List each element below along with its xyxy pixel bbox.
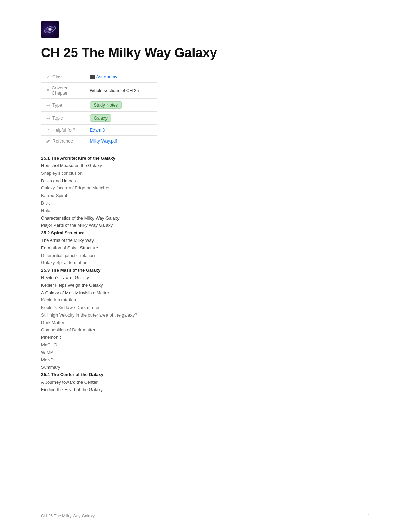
footer-page: 1	[368, 514, 370, 518]
toc-item: MaCHO	[41, 342, 370, 349]
reference-label-cell: 🖇 Reference	[41, 136, 86, 147]
toc-item: Shapley's conclusion	[41, 170, 370, 177]
toc-item: A Journey toward the Center	[41, 379, 370, 386]
class-label-cell: ↗ Class	[41, 71, 86, 83]
toc-item: Halo	[41, 207, 370, 214]
toc-item: Barred Spiral	[41, 192, 370, 199]
type-label-cell: ◎ Type	[41, 99, 86, 112]
toc-item: A Galaxy of Mostly Invisible Matter	[41, 289, 370, 297]
page-footer: CH 25 The Milky Way Galaxy 1	[41, 509, 370, 518]
reference-label: Reference	[52, 138, 73, 144]
topic-label: Topic	[52, 115, 63, 121]
toc-item: Formation of Spiral Structure	[41, 245, 370, 252]
toc-item: MoND	[41, 357, 370, 364]
clip-icon: 🖇	[46, 139, 50, 144]
toc-section: 25.2 Spiral Structure	[41, 230, 370, 237]
toc-item: The Arms of the Milky Way	[41, 237, 370, 244]
arrow2-icon: ↗	[46, 128, 50, 133]
toc-section: 25.4 The Center of the Galaxy	[41, 371, 370, 379]
table-of-contents: 25.1 The Architecture of the GalaxyHersc…	[41, 155, 370, 394]
chapter-label-cell: ≡ Covered Chapter	[41, 83, 86, 99]
chapter-label: Covered Chapter	[52, 85, 82, 96]
toc-item: Still high Velocity in the outer area of…	[41, 312, 370, 319]
toc-item: Keplerian rotation	[41, 297, 370, 304]
reference-value-cell: Milky Way.pdf	[86, 136, 158, 147]
chapter-value-cell: Whole sections of CH 25	[86, 83, 158, 99]
chapter-value: Whole sections of CH 25	[90, 88, 139, 93]
list-icon: ≡	[46, 88, 50, 93]
footer-title: CH 25 The Milky Way Galaxy	[41, 514, 95, 518]
page-logo	[41, 21, 59, 38]
toc-section: 25.1 The Architecture of the Galaxy	[41, 155, 370, 162]
toc-item: WIMP	[41, 349, 370, 356]
class-value-cell: Astronomy	[86, 71, 158, 83]
astronomy-db-icon	[90, 75, 95, 79]
topic-badge: Galaxy	[90, 114, 111, 122]
toc-item: Newton's Law of Gravity	[41, 274, 370, 282]
helpful-value[interactable]: Exam 3	[90, 127, 105, 133]
toc-item: Finding the Heart of the Galaxy	[41, 386, 370, 394]
toc-item: Characteristics of the Milky Way Galaxy	[41, 215, 370, 222]
page-title: CH 25 The Milky Way Galaxy	[41, 45, 370, 61]
toc-item: Galaxy Spiral formation	[41, 259, 370, 267]
toc-item: Herschel Measures the Galaxy	[41, 162, 370, 170]
topic-value-cell: Galaxy	[86, 112, 158, 125]
toc-item: Kepler Helps Weigh the Galaxy	[41, 282, 370, 289]
reference-value[interactable]: Milky Way.pdf	[90, 138, 117, 144]
toc-item: Summary	[41, 364, 370, 371]
toc-item: Galaxy face-on / Edge-on sketches	[41, 185, 370, 192]
toc-section: 25.3 The Mass of the Galaxy	[41, 267, 370, 274]
class-value[interactable]: Astronomy	[96, 74, 117, 79]
svg-point-4	[49, 28, 51, 30]
helpful-label-cell: ↗ Helpful for?	[41, 125, 86, 136]
type-value-cell: Study Notes	[86, 99, 158, 112]
helpful-label: Helpful for?	[52, 127, 75, 133]
toc-item: Disk	[41, 200, 370, 207]
toc-item: Disks and Haloes	[41, 177, 370, 185]
toc-item: Differential galactic rotation	[41, 252, 370, 259]
metadata-table: ↗ Class Astronomy ≡ Covered Chapter Whol…	[41, 71, 158, 147]
helpful-value-cell: Exam 3	[86, 125, 158, 136]
toc-item: Mnemonic	[41, 334, 370, 341]
toc-item: Dark Matter	[41, 319, 370, 326]
toc-item: Major Parts of the Milky Way Galaxy	[41, 222, 370, 229]
circle-icon: ◎	[46, 103, 50, 108]
type-badge: Study Notes	[90, 101, 122, 109]
topic-label-cell: ◎ Topic	[41, 112, 86, 125]
toc-item: Composition of Dark matter	[41, 326, 370, 334]
type-label: Type	[52, 102, 62, 108]
toc-item: Kepler's 3rd law / Dark matter	[41, 304, 370, 311]
class-label: Class	[52, 74, 64, 79]
circle2-icon: ◎	[46, 116, 50, 121]
arrow-icon: ↗	[46, 74, 50, 79]
